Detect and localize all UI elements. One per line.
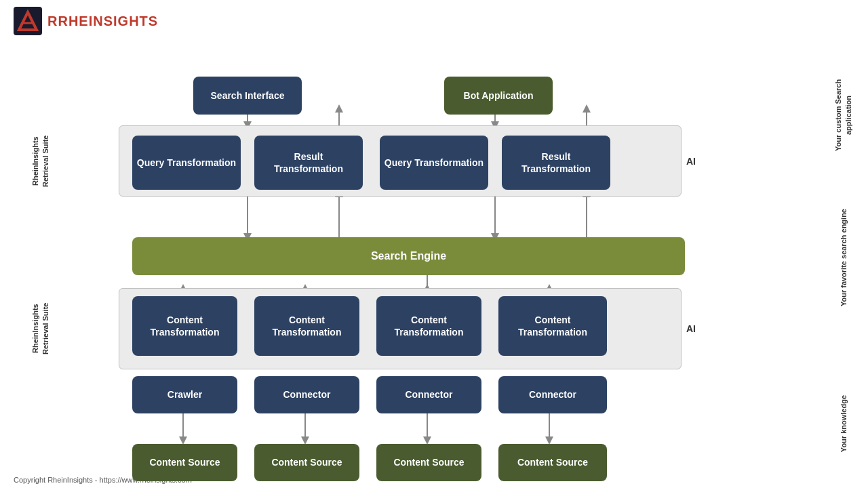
left-label-lower: RheinInsights Retrieval Suite [10, 288, 71, 369]
content-source-4-node: Content Source [498, 444, 607, 481]
logo-icon [14, 7, 42, 35]
logo-r: R [47, 14, 58, 28]
content-source-1-node: Content Source [132, 444, 237, 481]
right-label-search-engine: Your favorite search engine [825, 203, 863, 312]
header: RRHEINSIGHTS [0, 0, 172, 42]
crawler-node: Crawler [132, 376, 237, 413]
result-transform-2-node: Result Transformation [502, 136, 610, 190]
content-transform-2-node: Content Transformation [254, 296, 359, 356]
ai-badge-lower: AI [686, 323, 696, 334]
logo-text: RRHEINSIGHTS [47, 14, 158, 29]
query-transform-1-node: Query Transformation [132, 136, 241, 190]
connector-3-node: Connector [498, 376, 607, 413]
right-label-knowledge: Your knowledge [825, 373, 863, 474]
content-transform-4-node: Content Transformation [498, 296, 607, 356]
connector-1-node: Connector [254, 376, 359, 413]
logo-brand: RHEINSIGHTS [58, 14, 158, 28]
content-transform-3-node: Content Transformation [376, 296, 481, 356]
ai-badge-upper: AI [686, 156, 696, 167]
left-label-upper: RheinInsights Retrieval Suite [10, 125, 71, 197]
content-source-3-node: Content Source [376, 444, 481, 481]
query-transform-2-node: Query Transformation [380, 136, 488, 190]
search-interface-node: Search Interface [193, 77, 302, 115]
result-transform-1-node: Result Transformation [254, 136, 363, 190]
bot-application-node: Bot Application [444, 77, 553, 115]
diagram: AI AI RheinInsights Retrieval Suite Rhei… [0, 37, 868, 485]
content-source-2-node: Content Source [254, 444, 359, 481]
content-transform-1-node: Content Transformation [132, 296, 237, 356]
connector-2-node: Connector [376, 376, 481, 413]
search-engine-node: Search Engine [132, 237, 685, 275]
right-label-custom-app: Your custom Search application [825, 75, 863, 156]
